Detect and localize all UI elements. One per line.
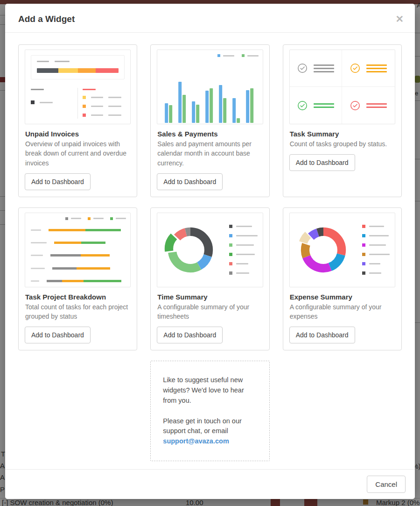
column-header-line	[83, 89, 96, 90]
bar-segment	[62, 280, 84, 282]
widget-title: Expense Summary	[290, 293, 352, 301]
bar-segment	[49, 229, 85, 231]
cancel-button[interactable]: Cancel	[367, 476, 406, 493]
legend-swatch	[362, 234, 365, 237]
widget-description: Sales and payment amounts per calendar m…	[157, 139, 263, 168]
placeholder-line	[369, 254, 390, 255]
placeholder-labels	[37, 61, 119, 62]
add-to-dashboard-button[interactable]: Add to Dashboard	[157, 327, 223, 343]
placeholder-line	[314, 107, 334, 108]
add-to-dashboard-button[interactable]: Add to Dashboard	[289, 154, 355, 171]
bar-segment	[96, 68, 119, 73]
placeholder-line	[369, 235, 389, 236]
suggestion-box: Like to suggest useful new widgets? We'd…	[150, 361, 269, 461]
legend-item	[229, 234, 258, 237]
placeholder-line	[108, 114, 121, 116]
widget-card: Expense Summary A configurable summary o…	[283, 207, 402, 351]
close-icon[interactable]: ✕	[395, 14, 404, 24]
row-label-line	[31, 255, 43, 256]
donut-chart	[290, 213, 395, 287]
placeholder-line	[236, 244, 254, 246]
list-row	[83, 96, 125, 99]
chart-legend	[362, 225, 390, 275]
legend-swatch	[229, 234, 232, 237]
status-lines	[314, 103, 334, 108]
placeholder-line	[108, 106, 121, 107]
placeholder-line	[116, 218, 126, 219]
placeholder-line	[369, 272, 381, 274]
legend-item	[242, 54, 259, 57]
widget-card: Task Project Breakdown Total count of ta…	[18, 207, 137, 351]
placeholder-line	[369, 244, 386, 246]
add-to-dashboard-button[interactable]: Add to Dashboard	[25, 173, 91, 190]
legend-swatch	[229, 243, 232, 247]
legend-item	[217, 54, 234, 57]
legend-item	[362, 271, 390, 275]
chart-legend	[229, 225, 258, 275]
placeholder-line	[55, 61, 70, 62]
suggestion-text: Like to suggest useful new widgets? We'd…	[163, 375, 257, 406]
widget-title: Task Project Breakdown	[25, 293, 106, 301]
add-to-dashboard-button[interactable]: Add to Dashboard	[25, 327, 91, 343]
bar-segment	[84, 280, 121, 282]
placeholder-line	[91, 114, 103, 116]
bar-segment	[81, 254, 110, 257]
donut-svg	[162, 221, 219, 278]
bar-track	[50, 254, 124, 257]
legend-item	[110, 217, 126, 220]
list-row	[83, 105, 125, 108]
placeholder-line	[366, 71, 387, 72]
task-project-chart	[25, 213, 130, 287]
placeholder-line	[37, 61, 49, 62]
legend-swatch	[362, 243, 365, 247]
list-row	[83, 114, 125, 117]
row-label-line	[31, 280, 39, 282]
legend-swatch	[83, 105, 86, 108]
support-email-link[interactable]: support@avaza.com	[163, 437, 229, 445]
widget-card: Task Summary Count of tasks grouped by s…	[283, 44, 402, 197]
placeholder-line	[369, 263, 380, 264]
widget-card: Time Summary A configurable summary of y…	[150, 207, 269, 351]
status-cell	[290, 87, 343, 124]
legend-swatch	[242, 54, 245, 57]
placeholder-line	[91, 97, 103, 98]
placeholder-line	[236, 254, 255, 255]
legend-swatch	[229, 262, 232, 265]
chart-legend	[217, 54, 259, 57]
legend-swatch	[83, 96, 86, 99]
bar-segment	[54, 242, 81, 244]
legend-swatch	[65, 217, 68, 220]
widget-title: Time Summary	[157, 293, 207, 301]
legend-swatch	[362, 262, 365, 265]
legend-item	[229, 253, 258, 256]
placeholder-line	[236, 226, 252, 227]
bar-track	[49, 229, 124, 231]
chart-rows	[25, 213, 130, 287]
placeholder-line	[314, 103, 334, 105]
legend-swatch	[362, 225, 365, 228]
legend-swatch	[83, 114, 86, 117]
check-circle-icon	[297, 100, 308, 111]
legend-swatch	[229, 225, 232, 228]
add-to-dashboard-button[interactable]: Add to Dashboard	[289, 327, 355, 343]
placeholder-line	[314, 68, 334, 69]
column-header-line	[31, 89, 44, 90]
legend-swatch	[362, 271, 365, 275]
add-to-dashboard-button[interactable]: Add to Dashboard	[157, 173, 223, 190]
placeholder-line	[366, 64, 387, 66]
project-row	[31, 242, 124, 244]
task-summary-grid	[290, 50, 395, 124]
project-row	[31, 267, 124, 270]
bar-track	[54, 242, 124, 244]
divider	[77, 88, 78, 119]
placeholder-line	[247, 55, 259, 57]
placeholder-line	[369, 226, 384, 227]
widget-title: Sales & Payments	[157, 130, 217, 138]
placeholder-line	[71, 218, 81, 219]
widget-card: Sales & Payments Sales and payment amoun…	[150, 44, 269, 197]
legend-item	[229, 271, 258, 275]
legend-swatch	[229, 271, 232, 275]
page: A e %) T A A P [-] SOW creation & negoti…	[0, 0, 420, 506]
check-circle-icon	[350, 100, 360, 111]
status-cell	[342, 87, 395, 124]
